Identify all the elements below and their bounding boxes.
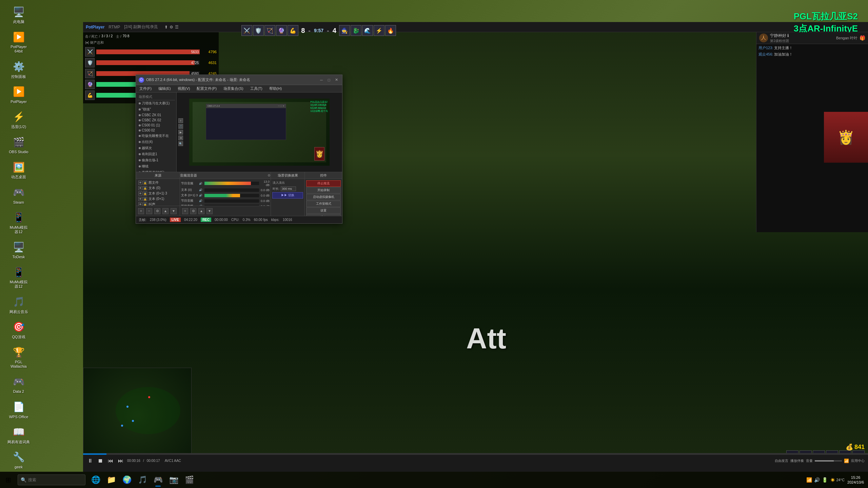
potplayer-volume-bar[interactable]	[815, 460, 842, 462]
desktop-icon-potplayer2[interactable]: ▶️ PotPlayer	[2, 83, 36, 106]
obs-mixer-up2-btn[interactable]: ▲	[198, 208, 204, 214]
desktop-icon-live-wallpaper[interactable]: 🖼️ 动态桌面	[2, 159, 36, 181]
obs-source-5[interactable]: 👁 🔒 叫声	[137, 202, 179, 206]
toolbar-btn-2[interactable]: ⚙	[170, 25, 173, 29]
mixer-mute-3[interactable]: 🔊	[199, 194, 202, 197]
toolbar-btn-1[interactable]: ⬆	[164, 25, 168, 29]
obs-source-3[interactable]: 👁 🔒 文本 (0+1) 3	[137, 191, 179, 196]
obs-scene-useful[interactable]: 有利回是1	[137, 151, 175, 157]
taskbar-network-icon[interactable]: 📶	[806, 477, 812, 483]
obs-window-controls[interactable]: ─ □ ✕	[318, 77, 339, 83]
desktop-icon-netease[interactable]: 🎵 网易云音乐	[2, 293, 36, 316]
taskbar-app-edge[interactable]: 🌐	[88, 472, 103, 487]
desktop-icon-dota2[interactable]: 🎮 Data 2	[2, 373, 36, 395]
obs-source-4[interactable]: 👁 🔒 文本 (0+1)	[137, 196, 179, 202]
mixer-mute-2[interactable]: 🔊	[199, 188, 202, 191]
potplayer-next-btn[interactable]: ⏭	[117, 457, 124, 465]
obs-scene-cs0002[interactable]: CS00 02	[137, 128, 175, 133]
obs-menu-tools[interactable]: 工具(T)	[249, 85, 264, 92]
taskbar-search-input[interactable]	[28, 477, 79, 482]
obs-scene-continue[interactable]: 继续	[137, 163, 175, 169]
taskbar-app-game[interactable]: 🎮	[151, 472, 165, 487]
desktop-icon-wps[interactable]: 📄 WPS Office	[2, 399, 36, 421]
mixer-mute-4[interactable]: 🔊	[199, 199, 202, 202]
toolbar-btn-3[interactable]: ☰	[175, 25, 179, 29]
potplayer-free-talk[interactable]: 自由发言	[775, 459, 788, 463]
obs-titlebar[interactable]: O OBS 27.2.4 (64-bit, windows) - 配置文件: 未…	[136, 75, 342, 85]
obs-cut-btn[interactable]: ▶▶ 切换	[272, 192, 303, 199]
potplayer-network-icon[interactable]: 📶	[844, 459, 849, 463]
desktop-icon-thunder[interactable]: ⚡ 迅雷(1/2)	[2, 108, 36, 131]
obs-maximize-button[interactable]: □	[326, 77, 332, 83]
obs-scene-out4[interactable]: 出狂(4)	[137, 139, 175, 145]
potplayer-stop-btn[interactable]: ⏹	[97, 457, 104, 465]
desktop-icon-todesk[interactable]: 🖥️ ToDesk	[2, 239, 36, 261]
obs-preview-icon-5[interactable]: 🔍	[178, 141, 183, 146]
stream-gift-icon[interactable]: 🎁	[860, 35, 865, 41]
obs-scene-escape[interactable]: 越狱次	[137, 145, 175, 151]
obs-settings-btn[interactable]: 设置	[306, 207, 341, 214]
potplayer-play-btn[interactable]: ⏸	[86, 457, 94, 465]
taskbar-search-box[interactable]: 🔍	[18, 474, 85, 485]
desktop-icon-control-panel[interactable]: ⚙️ 控制面板	[2, 58, 36, 81]
desktop-icon-qq-games[interactable]: 🎯 QQ游戏	[2, 319, 36, 341]
obs-preview-icon-4[interactable]: ⚙	[178, 136, 183, 140]
desktop-icon-youdao[interactable]: 📖 网易有道词典	[2, 424, 36, 446]
obs-virtual-cam-btn[interactable]: 启动虚拟摄像机	[306, 194, 341, 200]
obs-stop-stream-btn[interactable]: 停止推流	[306, 180, 341, 187]
obs-preview-icon-3[interactable]: ▶	[178, 130, 183, 135]
obs-menu-scene-collection[interactable]: 场景集合(S)	[222, 85, 245, 92]
obs-preview-icon-1[interactable]: T	[178, 118, 183, 123]
obs-mixer-settings2-btn[interactable]: ⚙	[190, 208, 196, 214]
obs-mixer-settings-icon[interactable]: ⚙	[268, 174, 271, 177]
desktop-icon-geek[interactable]: 🔧 geek	[2, 449, 36, 471]
desktop-icon-my-computer[interactable]: 🖥️ 此电脑	[2, 3, 36, 26]
taskbar-start-button[interactable]: ⊞	[0, 472, 16, 488]
obs-mixer-add-btn[interactable]: +	[182, 208, 188, 214]
obs-source-2[interactable]: 👁 🔒 文本 (0)	[137, 185, 179, 191]
obs-source-down-btn[interactable]: ▼	[171, 208, 177, 214]
obs-scene-steal[interactable]: 偷身出场-1	[137, 157, 175, 163]
potplayer-volume-label[interactable]: 音量	[806, 459, 813, 463]
taskbar-app-obs[interactable]: 🎬	[182, 472, 197, 487]
obs-mixer-down2-btn[interactable]: ▼	[206, 208, 213, 214]
obs-source-remove-btn[interactable]: −	[146, 208, 152, 214]
obs-menu-view[interactable]: 视图(V)	[176, 85, 192, 92]
obs-studio-mode-btn[interactable]: 工作室模式	[306, 201, 341, 207]
taskbar-app-camera[interactable]: 📷	[166, 472, 181, 487]
obs-source-settings-btn[interactable]: ⚙	[154, 208, 160, 214]
obs-scene-practice[interactable]: "联练"	[137, 106, 175, 113]
taskbar-app-music[interactable]: 🎵	[135, 472, 150, 487]
obs-scene-csbc02[interactable]: CSBC ZK 02	[137, 118, 175, 123]
taskbar-app-explorer[interactable]: 📁	[104, 472, 119, 487]
mixer-mute-1[interactable]: 🔊	[199, 182, 202, 185]
taskbar-app-chrome[interactable]: 🌍	[119, 472, 134, 487]
obs-source-add-btn[interactable]: +	[138, 208, 144, 214]
obs-menu-profile[interactable]: 配置文件(P)	[195, 85, 218, 92]
potplayer-prev-btn[interactable]: ⏮	[107, 457, 114, 465]
desktop-icon-pgl[interactable]: 🏆 PGLWallachia	[2, 344, 36, 370]
obs-source-up-btn[interactable]: ▲	[162, 208, 169, 214]
potplayer-app-center[interactable]: 应用中心	[851, 459, 865, 463]
desktop-icon-steam[interactable]: 🎮 Steam	[2, 184, 36, 206]
obs-scene-cs0001[interactable]: CS00 01 (1)	[137, 123, 175, 128]
obs-scene-eat[interactable]: 吃饭先睡整党不在	[137, 133, 175, 139]
obs-scene-training[interactable]: 刀塔练习生大赛(1)	[137, 100, 175, 106]
obs-minimize-button[interactable]: ─	[318, 77, 324, 83]
desktop-icon-mumu[interactable]: 📱 MuMu模拟器12	[2, 209, 36, 236]
desktop-icon-mumu2[interactable]: 📱 MuMu模拟器12	[2, 264, 36, 290]
desktop-icon-potplayer[interactable]: ▶️ PotPlayer64bit	[2, 28, 36, 55]
obs-start-record-btn[interactable]: 开始录制	[306, 187, 341, 194]
taskbar-battery-icon[interactable]: 🔋	[822, 477, 828, 483]
obs-preview-icon-2[interactable]: 🎵	[178, 124, 183, 129]
obs-menu-edit[interactable]: 编辑(E)	[157, 85, 172, 92]
obs-menu-file[interactable]: 文件(F)	[138, 85, 153, 92]
potplayer-accomp[interactable]: 播放伴奏	[790, 459, 804, 463]
obs-menu-help[interactable]: 帮助(H)	[268, 85, 283, 92]
potplayer-progress-bar[interactable]	[83, 453, 868, 455]
obs-source-1[interactable]: 👁 🔒 图文件	[137, 180, 179, 185]
obs-duration-input[interactable]	[281, 186, 296, 191]
taskbar-volume-icon[interactable]: 🔊	[814, 477, 820, 483]
obs-scene-csbc01[interactable]: CSBC ZK 01	[137, 113, 175, 118]
obs-scene-live-channel[interactable]: 直播频道(约托)	[137, 169, 175, 172]
